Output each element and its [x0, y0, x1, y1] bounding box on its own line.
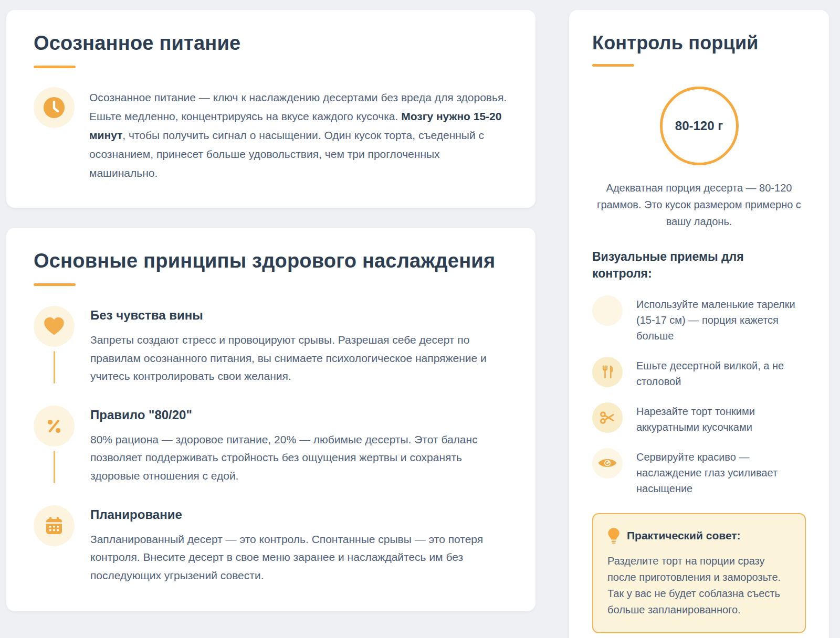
portion-description: Адекватная порция десерта — 80-120 грамм…: [594, 180, 804, 230]
principle-text: Запреты создают стресс и провоцируют сры…: [90, 331, 508, 386]
accent-underline: [592, 64, 634, 67]
principle-80-20: Правило "80/20" 80% рациона — здоровое п…: [34, 406, 508, 485]
principle-icon-column: [34, 505, 75, 585]
tip-text: Ешьте десертной вилкой, а не столовой: [636, 358, 806, 389]
principle-heading: Планирование: [90, 507, 508, 522]
practical-advice-box: Практический совет: Разделите торт на по…: [592, 513, 806, 634]
right-column: Контроль порций 80-120 г Адекватная порц…: [569, 10, 829, 638]
principle-no-guilt: Без чувства вины Запреты создают стресс …: [34, 306, 508, 386]
principles-title: Основные принципы здорового наслаждения: [34, 250, 508, 273]
lightbulb-icon: [607, 527, 620, 544]
percent-icon: [34, 406, 75, 446]
mindful-eating-paragraph: Осознанное питание — ключ к наслаждению …: [89, 87, 508, 183]
tip-text: Сервируйте красиво — наслаждение глаз ус…: [636, 449, 806, 496]
eye-icon: [592, 448, 623, 479]
timeline-connector: [54, 451, 55, 483]
mindful-eating-card: Осознанное питание Осознанное питание — …: [6, 10, 536, 208]
accent-underline: [34, 66, 76, 68]
tip-serve-beautifully: Сервируйте красиво — наслаждение глаз ус…: [592, 448, 806, 496]
clock-icon: [34, 87, 75, 128]
principles-card: Основные принципы здорового наслаждения …: [6, 228, 536, 611]
principle-text: Запланированный десерт — это контроль. С…: [90, 530, 508, 585]
visual-tricks-heading: Визуальные приемы для контроля:: [592, 249, 771, 282]
principle-icon-column: [34, 306, 75, 386]
paragraph-end: , чтобы получить сигнал о насыщении. Оди…: [89, 129, 484, 179]
page: Осознанное питание Осознанное питание — …: [0, 0, 840, 638]
portion-size-circle: 80-120 г: [660, 87, 739, 165]
calendar-icon: [34, 505, 75, 546]
scissors-icon: [592, 402, 623, 433]
principle-body: Планирование Запланированный десерт — эт…: [90, 505, 508, 585]
tip-dessert-fork: Ешьте десертной вилкой, а не столовой: [592, 357, 806, 389]
advice-title: Практический совет:: [627, 529, 741, 542]
left-column: Осознанное питание Осознанное питание — …: [6, 10, 536, 611]
cutlery-icon: [592, 357, 623, 387]
advice-text: Разделите торт на порции сразу после при…: [607, 553, 791, 619]
tip-text: Используйте маленькие тарелки (15-17 см)…: [636, 296, 806, 344]
plate-icon: [592, 295, 623, 326]
advice-title-row: Практический совет:: [607, 527, 791, 544]
principle-heading: Без чувства вины: [90, 308, 508, 323]
principle-body: Правило "80/20" 80% рациона — здоровое п…: [90, 406, 508, 485]
principle-text: 80% рациона — здоровое питание, 20% — лю…: [90, 431, 508, 485]
heart-icon: [34, 306, 75, 347]
mindful-eating-title: Осознанное питание: [34, 32, 508, 55]
principle-planning: Планирование Запланированный десерт — эт…: [34, 505, 508, 585]
tip-thin-slices: Нарезайте торт тонкими аккуратными кусоч…: [592, 402, 806, 435]
portion-size-value: 80-120 г: [675, 119, 723, 133]
principle-heading: Правило "80/20": [90, 408, 508, 422]
tip-small-plates: Используйте маленькие тарелки (15-17 см)…: [592, 295, 806, 344]
principle-icon-column: [34, 406, 75, 485]
portion-control-title: Контроль порций: [592, 32, 806, 54]
portion-control-card: Контроль порций 80-120 г Адекватная порц…: [569, 10, 829, 638]
mindful-eating-row: Осознанное питание — ключ к наслаждению …: [34, 87, 508, 183]
principle-body: Без чувства вины Запреты создают стресс …: [90, 306, 508, 386]
accent-underline: [34, 283, 76, 286]
timeline-connector: [54, 351, 55, 384]
tip-text: Нарезайте торт тонкими аккуратными кусоч…: [636, 403, 806, 435]
